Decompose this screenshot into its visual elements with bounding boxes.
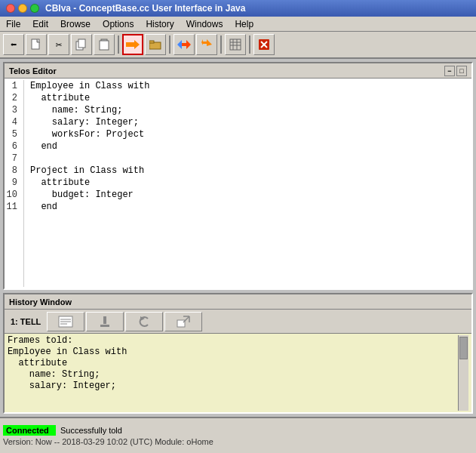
- editor-controls: − □: [444, 66, 467, 76]
- svg-rect-12: [230, 39, 241, 50]
- window-title: CBIva - ConceptBase.cc User Interface in…: [45, 3, 245, 14]
- copy-toolbar-button[interactable]: [71, 34, 92, 55]
- menu-file[interactable]: File: [0, 17, 26, 31]
- menu-browse[interactable]: Browse: [54, 17, 97, 31]
- window-controls: [6, 4, 39, 13]
- svg-marker-10: [182, 40, 191, 49]
- svg-rect-5: [126, 42, 135, 47]
- close-button[interactable]: [6, 4, 15, 13]
- menu-bar: File Edit Browse Options History Windows…: [0, 17, 476, 32]
- history-undo-button[interactable]: [125, 312, 163, 331]
- editor-maximize-button[interactable]: □: [456, 66, 467, 76]
- line-numbers: 1234567891011: [6, 80, 24, 287]
- svg-marker-11: [201, 39, 212, 46]
- history-window: History Window 1: TELL: [3, 293, 473, 414]
- svg-line-31: [183, 316, 189, 322]
- telos-editor-title-bar: Telos Editor − □: [5, 63, 471, 79]
- history-text: Frames told: Employee in Class with attr…: [8, 335, 458, 411]
- menu-options[interactable]: Options: [97, 17, 140, 31]
- telos-editor-content[interactable]: 1234567891011 Employee in Class with att…: [5, 79, 471, 288]
- status-row1: Connected Successfully told: [3, 425, 473, 436]
- svg-rect-8: [149, 41, 154, 43]
- grid-toolbar-button[interactable]: [225, 34, 246, 55]
- maximize-button[interactable]: [30, 4, 39, 13]
- separator-3: [220, 35, 222, 54]
- run-toolbar-button[interactable]: [122, 34, 143, 55]
- svg-rect-24: [103, 316, 106, 324]
- separator-2: [169, 35, 170, 54]
- toolbar: ⬅ ✂: [0, 32, 476, 59]
- cut-toolbar-button[interactable]: ✂: [48, 34, 69, 55]
- svg-rect-26: [100, 325, 109, 327]
- arrows-toolbar-button[interactable]: [174, 34, 195, 55]
- exit-toolbar-button[interactable]: [253, 34, 275, 55]
- history-title-label: History Window: [9, 297, 72, 307]
- history-toolbar: 1: TELL: [5, 310, 471, 334]
- history-up-button[interactable]: [86, 312, 124, 331]
- new-toolbar-button[interactable]: [26, 34, 47, 55]
- status-version: Version: Now -- 2018-03-29 10:02 (UTC) M…: [3, 437, 473, 446]
- separator-1: [118, 35, 119, 54]
- telos-editor: Telos Editor − □ 1234567891011 Employee …: [3, 62, 473, 290]
- status-message: Successfully told: [60, 426, 122, 435]
- editor-minimize-button[interactable]: −: [444, 66, 455, 76]
- title-bar: CBIva - ConceptBase.cc User Interface in…: [0, 0, 476, 17]
- svg-marker-6: [134, 40, 140, 49]
- history-scrollbar[interactable]: [458, 335, 468, 411]
- menu-history[interactable]: History: [140, 17, 180, 31]
- history-tell-button[interactable]: [47, 312, 84, 331]
- code-text[interactable]: Employee in Class with attribute name: S…: [30, 80, 470, 287]
- paste-toolbar-button[interactable]: [94, 34, 115, 55]
- status-bar: Connected Successfully told Version: Now…: [0, 417, 476, 453]
- main-content: Telos Editor − □ 1234567891011 Employee …: [0, 59, 476, 417]
- minimize-button[interactable]: [18, 4, 27, 13]
- connected-badge: Connected: [3, 425, 56, 436]
- svg-rect-28: [177, 320, 185, 327]
- telos-editor-label: Telos Editor: [9, 66, 57, 76]
- back-toolbar-button[interactable]: ⬅: [3, 34, 24, 55]
- history-content[interactable]: Frames told: Employee in Class with attr…: [5, 334, 471, 412]
- menu-edit[interactable]: Edit: [26, 17, 54, 31]
- svg-rect-2: [78, 39, 85, 48]
- refresh-toolbar-button[interactable]: [196, 34, 217, 55]
- history-title-bar: History Window: [5, 294, 471, 310]
- open-file-toolbar-button[interactable]: [145, 34, 166, 55]
- menu-windows[interactable]: Windows: [180, 17, 229, 31]
- menu-help[interactable]: Help: [229, 17, 259, 31]
- history-export-button[interactable]: [164, 312, 202, 331]
- svg-rect-4: [100, 41, 109, 50]
- separator-4: [249, 35, 250, 54]
- history-scrollbar-thumb[interactable]: [459, 337, 468, 359]
- history-entry-label: 1: TELL: [6, 316, 45, 328]
